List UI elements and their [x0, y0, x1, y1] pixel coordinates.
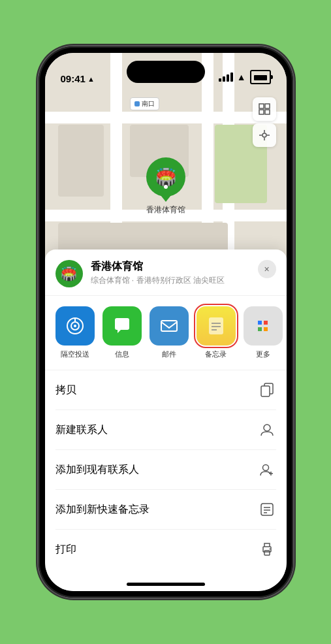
quick-note-icon — [258, 500, 276, 519]
messages-label: 信息 — [115, 349, 129, 359]
location-button[interactable] — [253, 123, 276, 147]
status-time: 09:41 ▲ — [61, 73, 95, 84]
pin-icon: 🏟️ — [146, 157, 185, 197]
add-existing-icon — [258, 460, 276, 479]
svg-rect-0 — [259, 104, 264, 108]
svg-rect-2 — [259, 110, 264, 114]
metro-icon — [134, 101, 140, 106]
add-existing-label: 添加到现有联系人 — [55, 463, 139, 477]
action-quick-note[interactable]: 添加到新快速备忘录 — [55, 490, 276, 530]
airdrop-label: 隔空投送 — [61, 349, 89, 359]
action-print[interactable]: 打印 — [55, 530, 276, 569]
dynamic-island — [127, 61, 205, 83]
svg-rect-13 — [161, 321, 177, 331]
svg-rect-3 — [265, 110, 270, 114]
location-arrow-icon: ▲ — [87, 75, 95, 83]
messages-icon[interactable] — [102, 306, 142, 346]
svg-rect-1 — [265, 104, 270, 108]
svg-rect-24 — [261, 504, 273, 515]
phone-frame: 09:41 ▲ ▲ — [39, 46, 293, 598]
bottom-sheet: 🏟️ 香港体育馆 综合体育馆 · 香港特别行政区 油尖旺区 × 隔空投送 — [45, 250, 287, 591]
svg-point-11 — [74, 325, 76, 327]
new-contact-icon — [258, 421, 276, 439]
notes-label: 备忘录 — [205, 349, 227, 359]
share-apps-row: 隔空投送 信息 邮件 — [45, 296, 287, 370]
signal-bars-icon — [219, 72, 233, 82]
action-copy[interactable]: 拷贝 — [55, 370, 276, 410]
status-icons: ▲ — [219, 70, 271, 84]
share-more[interactable]: 更多 — [244, 306, 283, 359]
mail-icon[interactable] — [150, 306, 189, 346]
print-label: 打印 — [55, 543, 76, 556]
more-icon[interactable] — [244, 306, 283, 346]
sheet-subtitle: 综合体育馆 · 香港特别行政区 油尖旺区 — [91, 275, 250, 286]
print-icon — [258, 540, 276, 558]
sheet-header: 🏟️ 香港体育馆 综合体育馆 · 香港特别行政区 油尖旺区 × — [45, 250, 287, 296]
airdrop-icon[interactable] — [55, 306, 95, 346]
venue-pin: 🏟️ 香港体育馆 — [146, 157, 185, 216]
svg-rect-29 — [264, 551, 270, 555]
svg-point-30 — [269, 549, 270, 550]
home-indicator — [127, 583, 205, 586]
svg-point-21 — [262, 465, 268, 471]
action-new-contact[interactable]: 新建联系人 — [55, 410, 276, 450]
map-label: 南口 — [130, 97, 159, 110]
more-label: 更多 — [256, 349, 270, 359]
copy-icon — [258, 381, 276, 399]
sheet-title: 香港体育馆 — [91, 260, 250, 274]
svg-point-4 — [262, 133, 266, 137]
map-controls[interactable] — [253, 97, 276, 147]
share-airdrop[interactable]: 隔空投送 — [55, 306, 95, 359]
svg-rect-19 — [261, 386, 270, 396]
mail-label: 邮件 — [162, 349, 176, 359]
venue-icon-emoji: 🏟️ — [61, 266, 77, 282]
pin-label: 香港体育馆 — [146, 204, 185, 216]
time-label: 09:41 — [61, 73, 86, 84]
sheet-title-area: 香港体育馆 综合体育馆 · 香港特别行政区 油尖旺区 — [91, 260, 250, 286]
wifi-icon: ▲ — [237, 72, 246, 82]
battery-icon — [250, 70, 271, 84]
venue-icon: 🏟️ — [55, 260, 83, 287]
svg-point-20 — [264, 425, 270, 431]
share-mail[interactable]: 邮件 — [150, 306, 189, 359]
phone-screen: 09:41 ▲ ▲ — [45, 53, 287, 591]
quick-note-label: 添加到新快速备忘录 — [55, 503, 150, 517]
close-button[interactable]: × — [258, 260, 276, 278]
action-list: 拷贝 新建联系人 添加到现有联系人 — [45, 370, 287, 569]
map-type-button[interactable] — [253, 97, 276, 121]
map-label-text: 南口 — [142, 99, 155, 108]
action-add-existing[interactable]: 添加到现有联系人 — [55, 450, 276, 490]
stadium-icon: 🏟️ — [155, 167, 176, 187]
share-messages[interactable]: 信息 — [102, 306, 142, 359]
copy-label: 拷贝 — [55, 383, 76, 397]
share-notes[interactable]: 备忘录 — [197, 306, 236, 359]
new-contact-label: 新建联系人 — [55, 423, 108, 437]
